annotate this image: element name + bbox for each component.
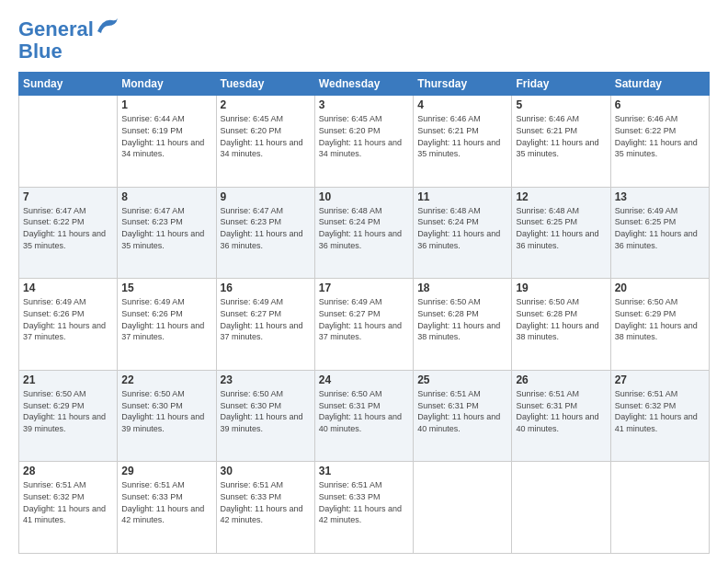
day-info: Sunrise: 6:50 AMSunset: 6:31 PMDaylight:… bbox=[319, 388, 409, 434]
day-cell: 27Sunrise: 6:51 AMSunset: 6:32 PMDayligh… bbox=[610, 370, 709, 462]
day-info: Sunrise: 6:48 AMSunset: 6:24 PMDaylight:… bbox=[319, 205, 409, 251]
day-number: 23 bbox=[221, 373, 311, 386]
calendar-table: SundayMondayTuesdayWednesdayThursdayFrid… bbox=[18, 72, 710, 554]
day-info: Sunrise: 6:50 AMSunset: 6:29 PMDaylight:… bbox=[615, 296, 705, 342]
header-day-monday: Monday bbox=[118, 73, 216, 96]
day-cell: 26Sunrise: 6:51 AMSunset: 6:31 PMDayligh… bbox=[512, 370, 610, 462]
day-number: 19 bbox=[516, 282, 606, 294]
day-cell: 1Sunrise: 6:44 AMSunset: 6:19 PMDaylight… bbox=[118, 96, 216, 188]
logo-text: General bbox=[18, 18, 94, 40]
header-day-sunday: Sunday bbox=[19, 73, 118, 96]
day-cell: 18Sunrise: 6:50 AMSunset: 6:28 PMDayligh… bbox=[414, 279, 512, 371]
day-cell: 19Sunrise: 6:50 AMSunset: 6:28 PMDayligh… bbox=[512, 279, 610, 371]
day-number: 1 bbox=[121, 98, 211, 111]
day-cell: 16Sunrise: 6:49 AMSunset: 6:27 PMDayligh… bbox=[216, 279, 314, 371]
day-info: Sunrise: 6:50 AMSunset: 6:28 PMDaylight:… bbox=[516, 296, 606, 342]
day-cell: 7Sunrise: 6:47 AMSunset: 6:22 PMDaylight… bbox=[19, 187, 118, 279]
day-number: 18 bbox=[417, 282, 507, 294]
header-day-thursday: Thursday bbox=[414, 73, 512, 96]
day-cell bbox=[610, 462, 709, 554]
day-number: 17 bbox=[319, 282, 409, 294]
day-info: Sunrise: 6:49 AMSunset: 6:27 PMDaylight:… bbox=[319, 296, 409, 342]
day-number: 8 bbox=[121, 190, 211, 203]
logo-general: General bbox=[18, 17, 94, 40]
day-info: Sunrise: 6:44 AMSunset: 6:19 PMDaylight:… bbox=[121, 113, 211, 159]
day-number: 14 bbox=[23, 282, 113, 294]
day-info: Sunrise: 6:51 AMSunset: 6:33 PMDaylight:… bbox=[221, 479, 311, 525]
day-cell: 4Sunrise: 6:46 AMSunset: 6:21 PMDaylight… bbox=[414, 96, 512, 188]
header-day-friday: Friday bbox=[512, 73, 610, 96]
day-cell: 13Sunrise: 6:49 AMSunset: 6:25 PMDayligh… bbox=[610, 187, 709, 279]
week-row-1: 1Sunrise: 6:44 AMSunset: 6:19 PMDaylight… bbox=[19, 96, 710, 188]
day-cell: 20Sunrise: 6:50 AMSunset: 6:29 PMDayligh… bbox=[610, 279, 709, 371]
day-number: 2 bbox=[221, 98, 311, 111]
day-cell: 31Sunrise: 6:51 AMSunset: 6:33 PMDayligh… bbox=[314, 462, 413, 554]
day-number: 12 bbox=[516, 190, 606, 203]
page: General Blue SundayMondayTuesdayWednesda… bbox=[0, 0, 728, 563]
day-cell: 9Sunrise: 6:47 AMSunset: 6:23 PMDaylight… bbox=[216, 187, 314, 279]
day-number: 29 bbox=[121, 465, 211, 477]
logo-bird-icon bbox=[96, 17, 119, 37]
day-info: Sunrise: 6:50 AMSunset: 6:29 PMDaylight:… bbox=[23, 388, 113, 434]
day-cell: 25Sunrise: 6:51 AMSunset: 6:31 PMDayligh… bbox=[414, 370, 512, 462]
day-cell: 15Sunrise: 6:49 AMSunset: 6:26 PMDayligh… bbox=[118, 279, 216, 371]
day-number: 27 bbox=[615, 373, 705, 386]
day-cell: 29Sunrise: 6:51 AMSunset: 6:33 PMDayligh… bbox=[118, 462, 216, 554]
day-cell: 11Sunrise: 6:48 AMSunset: 6:24 PMDayligh… bbox=[414, 187, 512, 279]
day-info: Sunrise: 6:50 AMSunset: 6:28 PMDaylight:… bbox=[417, 296, 507, 342]
day-number: 6 bbox=[615, 98, 705, 111]
day-cell bbox=[512, 462, 610, 554]
day-number: 10 bbox=[319, 190, 409, 203]
calendar-header: SundayMondayTuesdayWednesdayThursdayFrid… bbox=[19, 73, 710, 96]
day-info: Sunrise: 6:49 AMSunset: 6:25 PMDaylight:… bbox=[615, 205, 705, 251]
day-info: Sunrise: 6:47 AMSunset: 6:23 PMDaylight:… bbox=[221, 205, 311, 251]
logo: General Blue bbox=[18, 18, 119, 63]
day-cell: 3Sunrise: 6:45 AMSunset: 6:20 PMDaylight… bbox=[314, 96, 413, 188]
calendar-body: 1Sunrise: 6:44 AMSunset: 6:19 PMDaylight… bbox=[19, 96, 710, 554]
header-day-wednesday: Wednesday bbox=[314, 73, 413, 96]
day-cell: 23Sunrise: 6:50 AMSunset: 6:30 PMDayligh… bbox=[216, 370, 314, 462]
day-cell: 21Sunrise: 6:50 AMSunset: 6:29 PMDayligh… bbox=[19, 370, 118, 462]
day-cell: 14Sunrise: 6:49 AMSunset: 6:26 PMDayligh… bbox=[19, 279, 118, 371]
day-info: Sunrise: 6:47 AMSunset: 6:22 PMDaylight:… bbox=[23, 205, 113, 251]
day-number: 13 bbox=[615, 190, 705, 203]
day-cell bbox=[414, 462, 512, 554]
day-cell: 2Sunrise: 6:45 AMSunset: 6:20 PMDaylight… bbox=[216, 96, 314, 188]
day-number: 30 bbox=[221, 465, 311, 477]
day-number: 24 bbox=[319, 373, 409, 386]
day-info: Sunrise: 6:51 AMSunset: 6:32 PMDaylight:… bbox=[615, 388, 705, 434]
day-info: Sunrise: 6:51 AMSunset: 6:32 PMDaylight:… bbox=[23, 479, 113, 525]
day-info: Sunrise: 6:46 AMSunset: 6:22 PMDaylight:… bbox=[615, 113, 705, 159]
day-cell: 6Sunrise: 6:46 AMSunset: 6:22 PMDaylight… bbox=[610, 96, 709, 188]
day-info: Sunrise: 6:49 AMSunset: 6:27 PMDaylight:… bbox=[221, 296, 311, 342]
day-info: Sunrise: 6:45 AMSunset: 6:20 PMDaylight:… bbox=[221, 113, 311, 159]
day-info: Sunrise: 6:45 AMSunset: 6:20 PMDaylight:… bbox=[319, 113, 409, 159]
day-number: 21 bbox=[23, 373, 113, 386]
day-number: 28 bbox=[23, 465, 113, 477]
day-number: 3 bbox=[319, 98, 409, 111]
day-info: Sunrise: 6:49 AMSunset: 6:26 PMDaylight:… bbox=[23, 296, 113, 342]
day-info: Sunrise: 6:47 AMSunset: 6:23 PMDaylight:… bbox=[121, 205, 211, 251]
header: General Blue bbox=[18, 18, 710, 63]
day-number: 7 bbox=[23, 190, 113, 203]
day-info: Sunrise: 6:48 AMSunset: 6:24 PMDaylight:… bbox=[417, 205, 507, 251]
day-number: 4 bbox=[417, 98, 507, 111]
day-cell: 12Sunrise: 6:48 AMSunset: 6:25 PMDayligh… bbox=[512, 187, 610, 279]
day-cell: 17Sunrise: 6:49 AMSunset: 6:27 PMDayligh… bbox=[314, 279, 413, 371]
day-number: 16 bbox=[221, 282, 311, 294]
header-day-tuesday: Tuesday bbox=[216, 73, 314, 96]
day-info: Sunrise: 6:46 AMSunset: 6:21 PMDaylight:… bbox=[417, 113, 507, 159]
day-number: 11 bbox=[417, 190, 507, 203]
day-info: Sunrise: 6:51 AMSunset: 6:31 PMDaylight:… bbox=[417, 388, 507, 434]
day-info: Sunrise: 6:51 AMSunset: 6:31 PMDaylight:… bbox=[516, 388, 606, 434]
day-info: Sunrise: 6:48 AMSunset: 6:25 PMDaylight:… bbox=[516, 205, 606, 251]
day-cell: 30Sunrise: 6:51 AMSunset: 6:33 PMDayligh… bbox=[216, 462, 314, 554]
day-cell: 28Sunrise: 6:51 AMSunset: 6:32 PMDayligh… bbox=[19, 462, 118, 554]
week-row-5: 28Sunrise: 6:51 AMSunset: 6:32 PMDayligh… bbox=[19, 462, 710, 554]
header-row: SundayMondayTuesdayWednesdayThursdayFrid… bbox=[19, 73, 710, 96]
day-info: Sunrise: 6:46 AMSunset: 6:21 PMDaylight:… bbox=[516, 113, 606, 159]
day-cell: 24Sunrise: 6:50 AMSunset: 6:31 PMDayligh… bbox=[314, 370, 413, 462]
day-number: 9 bbox=[221, 190, 311, 203]
day-cell: 22Sunrise: 6:50 AMSunset: 6:30 PMDayligh… bbox=[118, 370, 216, 462]
day-info: Sunrise: 6:51 AMSunset: 6:33 PMDaylight:… bbox=[121, 479, 211, 525]
